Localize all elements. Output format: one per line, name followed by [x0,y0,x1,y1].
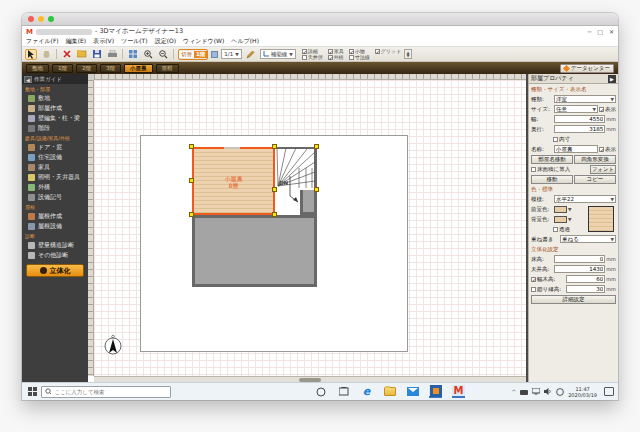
sidebar-item-stairs[interactable]: 階段 [22,123,88,133]
guide-line-dropdown[interactable]: 補助線 ▼ [260,49,296,59]
print-button[interactable] [106,49,118,60]
open-file-button[interactable] [76,49,88,60]
tab-attic-active[interactable]: 小屋裏 [124,64,153,73]
sidebar-item-roof-equipment[interactable]: 屋根設備 [22,221,88,231]
panel-expand-button[interactable]: ▶ [608,75,616,83]
menu-settings[interactable]: 設定(O) [155,37,176,46]
room-name-move-button[interactable]: 部屋名移動 [531,155,573,164]
tab-floor3[interactable]: 3階 [100,64,121,73]
handle-stair-top[interactable] [314,144,319,149]
crown-molding-checkbox[interactable]: 廻り縁高: [531,286,565,293]
plan-canvas[interactable]: 小屋裏 8畳 DN [88,74,528,382]
background-color-swatch[interactable] [554,216,567,223]
move-button[interactable]: 移動 [531,175,573,184]
ceiling-height-input[interactable] [554,265,605,273]
save-button[interactable] [91,49,103,60]
maximize-button[interactable]: □ [597,28,603,35]
sidebar-item-room-create[interactable]: 部屋作成 [22,103,88,113]
pencil-tool-button[interactable] [245,49,257,60]
taskbar-search[interactable] [41,386,171,398]
font-button[interactable]: フォント [590,165,616,174]
room-name-input[interactable] [554,145,598,153]
width-input[interactable] [554,115,605,123]
sidebar-item-structure-diagnosis[interactable]: 壁量構造診断 [22,240,88,250]
data-center-button[interactable]: データセンター [560,64,614,73]
inner-dimension-checkbox[interactable]: 内寸 [553,136,570,143]
depth-input[interactable] [554,125,605,133]
app-tile-button[interactable] [429,385,442,398]
skirting-input[interactable] [566,275,605,283]
start-button[interactable] [28,387,37,396]
zoom-out-button[interactable] [157,49,169,60]
menu-file[interactable]: ファイル(F) [26,37,59,46]
mail-button[interactable] [406,385,419,398]
size-show-checkbox[interactable]: ✓表示 [599,106,616,113]
pan-tool-button[interactable] [40,49,52,60]
menu-tools[interactable]: ツール(T) [121,37,148,46]
tab-floor2[interactable]: 2階 [76,64,97,73]
skirting-checkbox[interactable]: ✓幅木高: [531,276,565,283]
mac-close-icon[interactable] [28,16,34,22]
sidebar-item-furniture[interactable]: 家具 [22,162,88,172]
room-type-dropdown[interactable]: 洋室▼ [554,95,616,103]
sidebar-item-lighting[interactable]: 照明・天井器具 [22,172,88,182]
rect-convert-button[interactable]: 四角形変換 [574,155,616,164]
sidebar-item-roof-create[interactable]: 屋根作成 [22,211,88,221]
delete-button[interactable] [61,49,73,60]
solidify-3d-button[interactable]: 立体化 [26,264,84,277]
tab-roof[interactable]: 屋根 [156,64,179,73]
cortana-button[interactable] [314,385,327,398]
floor-height-input[interactable] [554,255,605,263]
network-icon[interactable] [520,388,528,395]
sidebar-item-site[interactable]: 敷地 [22,93,88,103]
edge-button[interactable]: e [360,385,373,398]
foreground-color-swatch[interactable] [554,206,567,213]
tile-view-button[interactable] [127,49,139,60]
check-dimension[interactable]: 寸法線 [349,54,370,60]
select-tool-button[interactable] [25,49,37,60]
tab-floor1[interactable]: 1階 [52,64,73,73]
check-exterior[interactable]: ✓外構 [328,54,344,60]
chevron-down-icon[interactable]: ▼ [568,217,571,222]
zoom-in-button[interactable] [142,49,154,60]
menu-edit[interactable]: 編集(E) [66,37,86,46]
menu-view[interactable]: 表示(V) [93,37,114,46]
floor-area-checkbox[interactable]: 床面積に算入 [531,166,589,173]
speaker-icon[interactable] [544,388,552,395]
tab-site[interactable]: 敷地 [26,64,49,73]
mac-zoom-icon[interactable] [48,16,54,22]
display-icon[interactable] [532,388,540,395]
lower-floor-footprint[interactable] [192,215,317,287]
collapse-sidebar-button[interactable]: ◀ [24,76,32,83]
handle-stair-right[interactable] [314,187,319,192]
handle-bottom-left[interactable] [189,212,194,217]
sidebar-item-exterior[interactable]: 外構 [22,182,88,192]
mac-minimize-icon[interactable] [38,16,44,22]
sidebar-item-symbols[interactable]: 設備記号 [22,192,88,202]
transparent-checkbox[interactable]: 透過 [553,226,570,233]
sidebar-item-other-diagnosis[interactable]: その他診断 [22,250,88,260]
drawing-sheet[interactable]: 小屋裏 8畳 DN [94,80,526,376]
scale-dropdown[interactable]: 1/1 ▼ [221,49,241,59]
check-grid[interactable]: ✓グリッド [375,48,401,54]
action-center-button[interactable] [604,387,614,396]
tray-expand-button[interactable]: ^ [511,388,516,395]
floor-switch-toggle[interactable]: 切替 1階 [178,49,208,60]
pattern-dropdown[interactable]: 水平22▼ [554,195,616,203]
handle-mid-left[interactable] [189,178,194,183]
taskbar-clock[interactable]: 11:47 2020/03/19 [568,386,597,398]
handle-top-right[interactable] [272,144,277,149]
check-ceiling[interactable]: 天井伏 [302,54,323,60]
sidebar-item-wall-pillar-beam[interactable]: 壁編集・柱・梁 [22,113,88,123]
handle-bottom-right[interactable] [272,212,277,217]
search-input[interactable] [54,389,167,395]
minimize-button[interactable]: ─ [588,28,592,35]
menu-help[interactable]: ヘルプ(H) [231,37,259,46]
ime-icon[interactable] [556,388,564,396]
task-view-button[interactable] [337,385,350,398]
myhome-designer-button[interactable]: M [452,385,465,398]
name-show-checkbox[interactable]: ✓表示 [599,146,616,153]
close-button[interactable]: ✕ [609,28,614,35]
handle-stair-left[interactable] [272,187,277,192]
option-spinner[interactable]: ▲▼ [404,49,412,59]
